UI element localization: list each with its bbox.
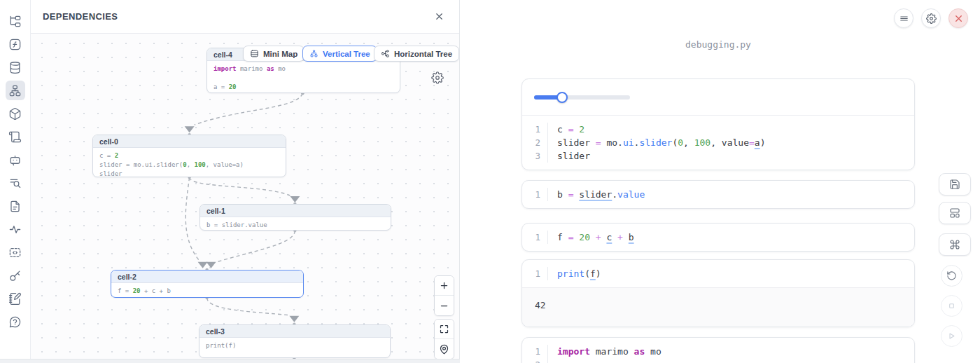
panel-title: DEPENDENCIES: [43, 11, 118, 22]
cell-code-editor[interactable]: 12import marimo as mo: [522, 338, 914, 363]
cell-code-editor[interactable]: 1b = slider.value: [522, 181, 914, 208]
shortcuts-button[interactable]: [939, 233, 971, 256]
mini-map-button[interactable]: Mini Map: [243, 46, 304, 62]
graph-edge: [195, 93, 303, 125]
center-node-button[interactable]: [435, 339, 454, 359]
graph-node-cell-1[interactable]: cell-1b = slider.value: [200, 204, 391, 231]
stop-button[interactable]: [941, 295, 962, 317]
close-x-icon: [434, 11, 444, 22]
plus-icon: [439, 280, 449, 291]
sidebar-item-datasources[interactable]: [6, 57, 25, 77]
graph-node-cell-0[interactable]: cell-0c = 2slider = mo.ui.slider(0, 100,…: [92, 135, 286, 177]
settings-button[interactable]: [921, 8, 941, 28]
sidebar-item-dependencies[interactable]: [6, 81, 25, 100]
stop-icon: [946, 301, 957, 311]
notebook-filename: debugging.py: [522, 39, 915, 50]
graph-zoom-controls-1: [434, 275, 454, 316]
run-button[interactable]: [941, 325, 962, 347]
save-button[interactable]: [939, 173, 971, 196]
sidebar-rail: [0, 0, 31, 363]
line-numbers: 123: [522, 123, 548, 163]
pin-icon: [439, 344, 449, 355]
graph-node-code: print(f): [200, 338, 390, 353]
dependency-graph-icon: [8, 84, 22, 97]
graph-edge: [186, 177, 200, 261]
notebook-cell-import[interactable]: 12import marimo as mo: [522, 337, 915, 363]
command-icon: [949, 239, 960, 250]
sidebar-item-ai-chat[interactable]: [6, 150, 25, 170]
gear-icon: [926, 13, 937, 24]
graph-edge-arrow: [198, 262, 208, 268]
maximize-icon: [439, 324, 449, 334]
fit-view-button[interactable]: [435, 320, 454, 339]
panel-close-button[interactable]: [430, 8, 447, 25]
pulse-icon: [8, 223, 22, 236]
cell-output-area: [522, 79, 914, 116]
notebook-main: debugging.py 123c = 2slider = mo.ui.slid…: [460, 0, 980, 363]
horizontal-tree-button[interactable]: Horizontal Tree: [374, 46, 459, 62]
sidebar-item-secrets[interactable]: [6, 266, 25, 285]
shutdown-button[interactable]: [948, 8, 968, 28]
dependency-graph-canvas[interactable]: cell-4import marimo as moa = 20cell-0c =…: [31, 34, 459, 359]
layout-button[interactable]: [939, 202, 971, 224]
notebook-cell-slider[interactable]: 123c = 2slider = mo.ui.slider(0, 100, va…: [522, 78, 915, 170]
sidebar-item-packages[interactable]: [6, 104, 25, 123]
slider-thumb[interactable]: [556, 92, 568, 103]
floppy-icon: [949, 179, 960, 190]
scratchpad-icon: [8, 292, 22, 306]
notebook-cell-print[interactable]: 1print(f)42: [522, 259, 915, 327]
minus-icon: [439, 301, 449, 311]
graph-edge: [190, 177, 290, 196]
graph-edge-arrow: [290, 196, 300, 203]
graph-node-title: cell-3: [200, 325, 390, 338]
panel-bottom-strip: [0, 359, 460, 363]
graph-node-cell-3[interactable]: cell-3print(f): [199, 324, 391, 358]
chat-bot-icon: [8, 153, 22, 167]
graph-node-cell-2[interactable]: cell-2f = 20 + c + b: [111, 270, 304, 298]
cell-code-editor[interactable]: 123c = 2slider = mo.ui.slider(0, 100, va…: [522, 116, 914, 170]
sidebar-item-help[interactable]: [6, 312, 25, 331]
graph-node-code: c = 2slider = mo.ui.slider(0, 100, value…: [93, 148, 286, 177]
line-numbers: 1: [522, 188, 548, 201]
graph-node-code: import marimo as moa = 20: [207, 61, 400, 93]
cell-code-editor[interactable]: 1print(f): [522, 260, 914, 287]
dependencies-panel-header: DEPENDENCIES: [31, 0, 459, 34]
undo-icon: [946, 270, 957, 281]
zoom-in-button[interactable]: [435, 276, 454, 296]
notebook-cell-f[interactable]: 1f = 20 + c + b: [522, 223, 915, 252]
sidebar-item-logs[interactable]: [6, 127, 25, 146]
sidebar-item-file-explorer[interactable]: [6, 11, 25, 31]
sidebar-item-search-logs[interactable]: [6, 173, 25, 193]
graph-settings-button[interactable]: [429, 69, 446, 86]
sidebar-item-documentation[interactable]: [6, 196, 25, 216]
sidebar-item-functions[interactable]: [6, 34, 25, 54]
sidebar-item-tracing[interactable]: [6, 219, 25, 239]
code-lines: print(f): [548, 267, 601, 280]
key-icon: [8, 269, 22, 282]
code-lines: b = slider.value: [548, 188, 645, 201]
database-icon: [8, 61, 22, 74]
graph-edge-arrow: [206, 262, 216, 268]
graph-node-code: f = 20 + c + b: [111, 283, 303, 298]
sidebar-item-snippets[interactable]: [6, 242, 25, 262]
graph-edge: [207, 298, 289, 315]
app-window: DEPENDENCIES cell-4import marimo as moa …: [0, 0, 980, 363]
graph-edge: [217, 231, 295, 262]
package-cube-icon: [8, 107, 22, 121]
notebook-cell-b[interactable]: 1b = slider.value: [522, 180, 915, 209]
slider-widget[interactable]: [534, 92, 630, 103]
search-lines-icon: [8, 177, 22, 190]
cell-code-editor[interactable]: 1f = 20 + c + b: [522, 224, 914, 251]
menu-button[interactable]: [894, 8, 913, 28]
sidebar-item-scratchpad[interactable]: [6, 289, 25, 308]
help-bubble-icon: [8, 315, 22, 329]
play-icon: [946, 331, 957, 341]
toolbar-button-label: Horizontal Tree: [394, 50, 452, 58]
code-snippet-icon: [8, 246, 22, 259]
vertical-tree-button[interactable]: Vertical Tree: [302, 46, 377, 62]
zoom-out-button[interactable]: [435, 296, 454, 315]
tree-horizontal-icon: [381, 49, 390, 58]
graph-node-title: cell-1: [200, 205, 391, 217]
close-x-icon: [953, 13, 964, 24]
undo-button[interactable]: [941, 265, 962, 287]
